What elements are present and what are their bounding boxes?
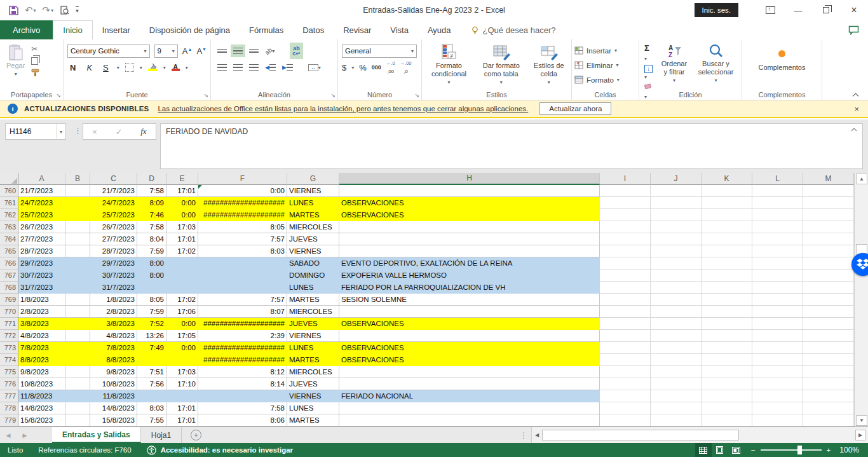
cell-K770[interactable] (702, 306, 752, 318)
cell-E777[interactable] (166, 390, 198, 402)
row-header-774[interactable]: 774 (0, 354, 18, 366)
merge-center-button[interactable]: ↔▾ (306, 61, 323, 74)
column-header-I[interactable]: I (600, 173, 651, 185)
cell-K768[interactable] (702, 282, 752, 294)
cell-I779[interactable] (600, 414, 651, 426)
cell-M770[interactable] (803, 306, 854, 318)
cell-A766[interactable]: 29/7/2023 (18, 257, 65, 269)
cell-E760[interactable]: 17:01 (166, 185, 198, 197)
cell-H765[interactable] (339, 245, 600, 257)
cell-D762[interactable]: 7:46 (137, 209, 166, 221)
ribbon-tab-datos[interactable]: Datos (293, 20, 334, 39)
cell-J767[interactable] (651, 269, 702, 282)
decrease-indent-button[interactable]: ◀ (262, 61, 278, 74)
cell-H767[interactable]: EXPOFERIA VALLE HERMOSO (339, 269, 600, 282)
zoom-in-icon[interactable]: + (827, 446, 831, 454)
orientation-button[interactable]: ab▾ (262, 44, 277, 58)
cell-J778[interactable] (651, 402, 702, 414)
column-header-D[interactable]: D (137, 173, 166, 185)
cell-G774[interactable]: MARTES (287, 354, 339, 366)
cell-K777[interactable] (702, 390, 752, 402)
sheet-tab-hoja1[interactable]: Hoja1 (141, 427, 182, 443)
cell-B762[interactable] (65, 209, 90, 221)
update-now-button[interactable]: Actualizar ahora (539, 102, 611, 115)
redo-button[interactable]: ↷▾ (43, 4, 54, 16)
cell-C772[interactable]: 4/8/2023 (90, 330, 137, 342)
cell-D774[interactable] (137, 354, 166, 366)
page-break-view-icon[interactable] (728, 443, 745, 457)
find-select-button[interactable]: Buscar y seleccionar▾ (693, 42, 739, 86)
cell-L773[interactable] (752, 342, 803, 354)
cell-C773[interactable]: 7/8/2023 (90, 342, 137, 354)
align-bottom-button[interactable] (247, 46, 261, 57)
minimize-button[interactable]: — (784, 0, 812, 20)
cell-F760[interactable]: 0:00 (198, 185, 287, 197)
select-all-corner[interactable] (0, 173, 18, 185)
collapse-ribbon-icon[interactable] (852, 93, 859, 97)
cell-L776[interactable] (752, 378, 803, 390)
sheet-nav-left-icon[interactable]: ◀ (0, 427, 17, 443)
cell-A769[interactable]: 1/8/2023 (18, 294, 65, 306)
cell-L764[interactable] (752, 233, 803, 245)
cell-H770[interactable] (339, 306, 600, 318)
decrease-decimal-button[interactable]: →.00,0 (400, 59, 412, 76)
zoom-out-icon[interactable]: − (751, 446, 756, 454)
row-header-771[interactable]: 771 (0, 318, 18, 330)
cell-H778[interactable] (339, 402, 600, 414)
cell-G765[interactable]: VIERNES (287, 245, 339, 257)
cell-C767[interactable]: 30/7/2023 (90, 269, 137, 282)
currency-caret[interactable]: ▾ (351, 65, 354, 71)
row-header-760[interactable]: 760 (0, 185, 18, 197)
restore-button[interactable] (812, 0, 840, 20)
cell-B779[interactable] (65, 414, 90, 426)
cell-K775[interactable] (702, 366, 752, 378)
format-cells-button[interactable]: Formato▾ (574, 73, 620, 86)
ribbon-tab-ayuda[interactable]: Ayuda (418, 20, 461, 39)
scroll-left-icon[interactable]: ◀ (532, 429, 542, 441)
cell-H760[interactable] (339, 185, 600, 197)
copy-icon[interactable] (31, 57, 38, 65)
currency-format-button[interactable]: $ (342, 63, 346, 72)
cell-F761[interactable]: #################### (198, 197, 287, 209)
cell-K776[interactable] (702, 378, 752, 390)
cancel-icon[interactable]: × (92, 127, 97, 137)
format-painter-icon[interactable] (31, 69, 39, 77)
cell-L766[interactable] (752, 257, 803, 269)
cell-B760[interactable] (65, 185, 90, 197)
column-header-L[interactable]: L (752, 173, 803, 185)
cell-K766[interactable] (702, 257, 752, 269)
cell-K764[interactable] (702, 233, 752, 245)
cell-I766[interactable] (600, 257, 651, 269)
cell-M778[interactable] (803, 402, 854, 414)
scroll-right-icon[interactable]: ▶ (855, 430, 865, 440)
cell-D777[interactable] (137, 390, 166, 402)
cell-F768[interactable] (198, 282, 287, 294)
cell-B768[interactable] (65, 282, 90, 294)
cell-J764[interactable] (651, 233, 702, 245)
cell-J773[interactable] (651, 342, 702, 354)
scroll-down-icon[interactable]: ▼ (856, 415, 867, 426)
clipboard-dialog-launcher[interactable]: ↘ (56, 92, 61, 99)
cell-J769[interactable] (651, 294, 702, 306)
cell-H776[interactable] (339, 378, 600, 390)
cell-D763[interactable]: 7:58 (137, 221, 166, 233)
cell-L761[interactable] (752, 197, 803, 209)
cell-I765[interactable] (600, 245, 651, 257)
format-as-table-button[interactable]: Dar formato como tabla▾ (473, 42, 529, 88)
cell-G766[interactable]: SABADO (287, 257, 339, 269)
cell-I767[interactable] (600, 269, 651, 282)
cell-D779[interactable]: 7:55 (137, 414, 166, 426)
font-color-button[interactable]: A (172, 64, 180, 71)
cell-F778[interactable]: 7:58 (198, 402, 287, 414)
paste-button[interactable]: Pegar▾ (3, 42, 29, 80)
save-icon[interactable] (9, 6, 18, 15)
cell-F779[interactable]: 8:06 (198, 414, 287, 426)
close-button[interactable]: × (840, 0, 868, 20)
cell-L760[interactable] (752, 185, 803, 197)
row-header-779[interactable]: 779 (0, 414, 18, 426)
cell-L771[interactable] (752, 318, 803, 330)
cell-styles-button[interactable]: Estilos de celda▾ (529, 42, 569, 88)
cell-D767[interactable]: 8:00 (137, 269, 166, 282)
borders-button[interactable] (125, 63, 134, 72)
cell-B775[interactable] (65, 366, 90, 378)
